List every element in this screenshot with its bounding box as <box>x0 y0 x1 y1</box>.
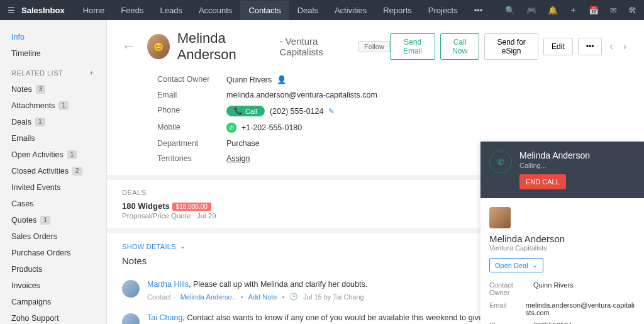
mail-icon[interactable]: ✉ <box>610 6 617 15</box>
call-now-button[interactable]: Call Now <box>440 33 479 60</box>
sidebar-closed-activities[interactable]: Closed Activities2 <box>0 163 106 179</box>
back-arrow-icon[interactable]: ← <box>122 38 136 55</box>
label-territory: Territories <box>157 154 226 163</box>
send-email-button[interactable]: Send Email <box>390 33 435 60</box>
call-button[interactable]: 📞 Call <box>226 106 265 116</box>
nav-reports[interactable]: Reports <box>375 1 420 20</box>
nav-accounts[interactable]: Accounts <box>191 1 240 20</box>
contact-header: ← 😊 Melinda Anderson - Ventura Capitalis… <box>107 20 644 69</box>
open-deal-button[interactable]: Open Deal ⌄ <box>489 258 543 272</box>
value-mobile: +1-202-555-0180 <box>242 123 302 132</box>
sidebar-quotes[interactable]: Quotes1 <box>0 212 106 228</box>
sidebar-purchase-orders[interactable]: Purchase Orders <box>0 245 106 261</box>
prev-record-icon[interactable]: ‹ <box>607 41 615 52</box>
topbar-tools: 🔍 🎮 🔔 ＋ 📅 ✉ 🛠 <box>505 4 636 16</box>
plus-icon[interactable]: ＋ <box>569 4 577 16</box>
bell-icon[interactable]: 🔔 <box>548 6 558 15</box>
nav-projects[interactable]: Projects <box>420 1 466 20</box>
sidebar-products[interactable]: Products <box>0 261 106 277</box>
deal-title[interactable]: 180 Widgets <box>122 201 170 211</box>
note-avatar <box>122 280 140 298</box>
call-field: Contact OwnerQuinn Rivers <box>489 279 635 299</box>
sidebar-zoho-support[interactable]: Zoho Support <box>0 310 106 324</box>
topbar: ☰ SalesInbox HomeFeedsLeadsAccountsConta… <box>0 0 644 20</box>
call-body-name: Melinda Anderson <box>489 233 635 244</box>
note-author[interactable]: Tai Chang <box>147 313 182 322</box>
sidebar: InfoTimelineRELATED LIST＋Notes3Attachmen… <box>0 20 107 324</box>
follow-button[interactable]: Follow <box>358 41 390 52</box>
sidebar-campaigns[interactable]: Campaigns <box>0 294 106 310</box>
value-dept: Purchase <box>226 139 260 148</box>
gamify-icon[interactable]: 🎮 <box>526 6 536 15</box>
notes-title: Notes <box>122 255 147 266</box>
call-field: Emailmelinda.anderson@ventura-capitalist… <box>489 299 635 319</box>
nav-contacts[interactable]: Contacts <box>240 1 289 20</box>
edit-phone-icon[interactable]: ✎ <box>328 107 335 116</box>
note-text: , Contact also wants to know if any one … <box>182 313 513 322</box>
label-owner: Contact Owner <box>157 75 226 84</box>
label-email: Email <box>157 91 226 99</box>
clock-icon: 🕒 <box>289 293 298 301</box>
user-icon[interactable]: 👤 <box>277 75 287 84</box>
nav-leads[interactable]: Leads <box>152 1 190 20</box>
nav-activities[interactable]: Activities <box>326 1 375 20</box>
sidebar-deals[interactable]: Deals1 <box>0 114 106 130</box>
sidebar-timeline[interactable]: Timeline <box>0 45 106 62</box>
label-phone: Phone <box>157 106 226 116</box>
call-panel: ✆ Melinda Anderson Calling... END CALL M… <box>480 142 644 324</box>
contact-company: - Ventura Capitalists <box>280 36 355 57</box>
note-avatar <box>122 313 140 324</box>
sidebar-sales-orders[interactable]: Sales Orders <box>0 228 106 245</box>
hamburger-icon[interactable]: ☰ <box>8 6 15 15</box>
value-phone: (202) 555-0124 <box>270 107 323 116</box>
sidebar-info[interactable]: Info <box>0 29 106 45</box>
call-field: Phone2025550124 <box>489 319 635 324</box>
call-avatar <box>489 207 511 228</box>
header-actions: Send Email Call Now Send for eSign Edit … <box>390 33 629 60</box>
edit-button[interactable]: Edit <box>543 38 573 55</box>
deal-amount: $18,000.00 <box>172 203 211 211</box>
brand[interactable]: SalesInbox <box>21 6 65 15</box>
note-author[interactable]: Martha Hills <box>147 280 189 289</box>
sidebar-invited-events[interactable]: Invited Events <box>0 179 106 196</box>
call-body-company: Ventura Capitalists <box>489 244 635 252</box>
more-button[interactable]: ••• <box>578 38 602 55</box>
calendar-icon[interactable]: 📅 <box>589 6 599 15</box>
sidebar-notes[interactable]: Notes3 <box>0 81 106 98</box>
next-record-icon[interactable]: › <box>621 41 629 52</box>
related-list-head: RELATED LIST＋ <box>0 62 106 81</box>
value-email[interactable]: melinda.anderson@ventura-capitalists.com <box>226 91 377 99</box>
note-text: , Please call up with Melinda and clarif… <box>189 280 367 289</box>
call-ring-icon: ✆ <box>489 150 512 173</box>
call-status: Calling... <box>519 162 635 169</box>
sidebar-attachments[interactable]: Attachments1 <box>0 98 106 114</box>
chevron-down-icon: ⌄ <box>532 261 538 269</box>
add-related-icon[interactable]: ＋ <box>88 68 96 77</box>
send-esign-button[interactable]: Send for eSign <box>484 33 538 60</box>
nav-deals[interactable]: Deals <box>289 1 326 20</box>
assign-link[interactable]: Assign <box>226 154 250 163</box>
sidebar-invoices[interactable]: Invoices <box>0 277 106 294</box>
contact-name: Melinda Anderson <box>177 30 276 63</box>
sidebar-cases[interactable]: Cases <box>0 196 106 212</box>
value-owner: Quinn Rivers <box>226 75 272 84</box>
note-contact-link[interactable]: Melinda Anderso.. <box>180 293 236 301</box>
tools-icon[interactable]: 🛠 <box>628 6 636 15</box>
label-dept: Department <box>157 139 226 148</box>
add-note-link[interactable]: Add Note <box>248 293 277 301</box>
sidebar-open-activities[interactable]: Open Activities1 <box>0 147 106 163</box>
end-call-button[interactable]: END CALL <box>519 174 566 189</box>
call-contact-name: Melinda Anderson <box>519 150 635 160</box>
whatsapp-icon[interactable]: ✆ <box>226 123 236 133</box>
nav-home[interactable]: Home <box>75 1 113 20</box>
sidebar-emails[interactable]: Emails <box>0 130 106 147</box>
label-mobile: Mobile <box>157 123 226 133</box>
nav-•••[interactable]: ••• <box>466 1 491 20</box>
search-icon[interactable]: 🔍 <box>505 6 515 15</box>
chevron-down-icon: ⌄ <box>180 242 186 250</box>
avatar[interactable]: 😊 <box>147 34 170 59</box>
nav-feeds[interactable]: Feeds <box>113 1 152 20</box>
topnav: HomeFeedsLeadsAccountsContactsDealsActiv… <box>75 1 491 20</box>
